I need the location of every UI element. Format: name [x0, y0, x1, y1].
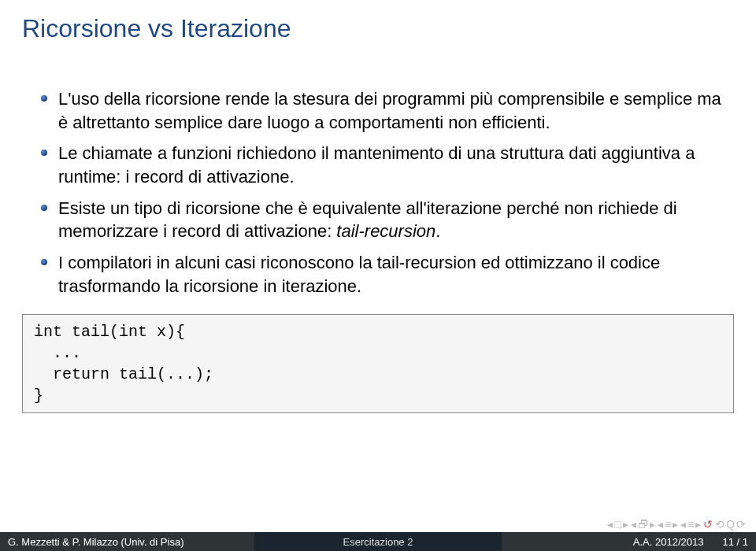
nav-section-icon[interactable]: ◂ ≡ ▸ — [658, 518, 677, 531]
bullet-item: Le chiamate a funzioni richiedono il man… — [35, 142, 721, 188]
bullet-text-italic: tail-recursion — [336, 221, 435, 241]
nav-back-icon[interactable]: ↺ — [703, 518, 712, 531]
code-block: int tail(int x){ ... return tail(...); } — [22, 314, 734, 413]
slide-title: Ricorsione vs Iterazione — [0, 0, 756, 50]
nav-doc-icon[interactable]: ◂ ≡ ▸ — [680, 518, 700, 531]
footer-page: 11 / 1 — [722, 536, 748, 548]
slide-content: L'uso della ricorsione rende la stesura … — [0, 50, 756, 298]
bullet-item: Esiste un tipo di ricorsione che è equiv… — [35, 197, 721, 243]
nav-subsection-icon[interactable]: ◂ 🗗 ▸ — [631, 518, 655, 531]
slide-footer: G. Mezzetti & P. Milazzo (Univ. di Pisa)… — [0, 532, 756, 551]
bullet-text: I compilatori in alcuni casi riconoscono… — [58, 253, 660, 296]
footer-author: G. Mezzetti & P. Milazzo (Univ. di Pisa) — [0, 532, 254, 551]
bullet-text: Le chiamate a funzioni richiedono il man… — [58, 143, 695, 187]
beamer-nav-symbols[interactable]: ◂ □ ▸ ◂ 🗗 ▸ ◂ ≡ ▸ ◂ ≡ ▸ ↺ ⟲ Q ⟳ — [607, 518, 745, 531]
bullet-item: L'uso della ricorsione rende la stesura … — [35, 87, 721, 134]
bullet-item: I compilatori in alcuni casi riconoscono… — [35, 251, 721, 298]
bullet-text: L'uso della ricorsione rende la stesura … — [58, 89, 721, 132]
footer-title: Esercitazione 2 — [254, 532, 501, 551]
bullet-list: L'uso della ricorsione rende la stesura … — [35, 87, 721, 298]
footer-pagenum: A.A. 2012/2013 11 / 1 — [502, 532, 756, 551]
bullet-text-suffix: . — [435, 221, 440, 241]
footer-year: A.A. 2012/2013 — [633, 536, 704, 548]
slide: Ricorsione vs Iterazione L'uso della ric… — [0, 0, 756, 551]
nav-frame-icon[interactable]: ◂ □ ▸ — [607, 518, 627, 531]
nav-search-icon[interactable]: ⟲ Q ⟳ — [715, 518, 745, 531]
